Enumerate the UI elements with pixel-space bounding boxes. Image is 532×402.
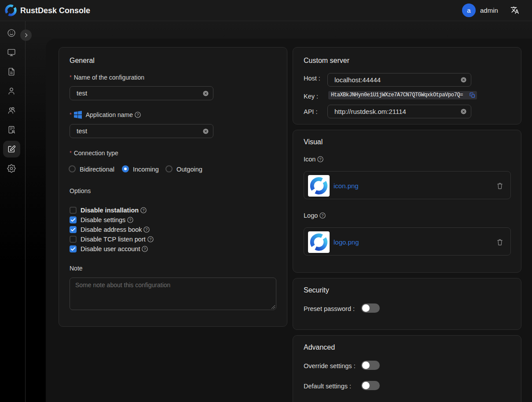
svg-text:?: ? <box>136 113 139 117</box>
svg-text:?: ? <box>149 237 151 241</box>
svg-text:?: ? <box>319 157 322 161</box>
svg-text:?: ? <box>322 213 324 218</box>
svg-text:?: ? <box>144 247 146 251</box>
svg-text:?: ? <box>146 227 148 232</box>
svg-text:?: ? <box>143 208 145 212</box>
svg-text:?: ? <box>129 218 132 222</box>
